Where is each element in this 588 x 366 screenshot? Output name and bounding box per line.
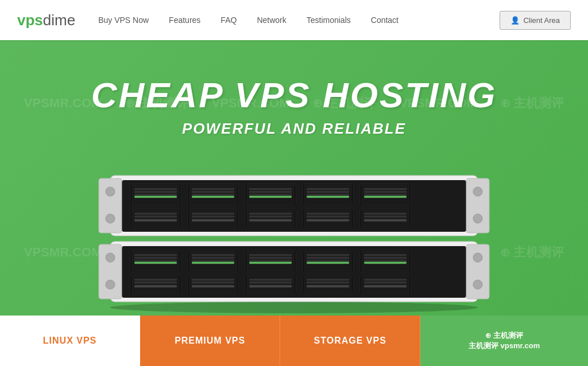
tab-storage-vps[interactable]: STORAGE VPS xyxy=(280,316,420,366)
svg-rect-91 xyxy=(364,262,407,264)
svg-point-126 xyxy=(110,302,478,313)
svg-rect-29 xyxy=(364,188,407,190)
svg-rect-80 xyxy=(249,254,292,256)
logo-dime: dime xyxy=(43,11,75,29)
svg-rect-76 xyxy=(192,260,234,261)
nav-testimonials[interactable]: Testimonials xyxy=(307,15,351,25)
svg-rect-41 xyxy=(192,216,234,217)
svg-rect-86 xyxy=(307,254,349,256)
svg-rect-74 xyxy=(192,254,234,256)
svg-rect-10 xyxy=(192,196,234,198)
svg-point-122 xyxy=(106,280,115,289)
svg-point-121 xyxy=(106,253,115,262)
svg-rect-69 xyxy=(134,257,177,259)
svg-rect-116 xyxy=(362,276,409,293)
svg-rect-85 xyxy=(307,262,349,264)
svg-rect-118 xyxy=(364,279,407,281)
nav-contact[interactable]: Contact xyxy=(371,15,399,25)
svg-rect-36 xyxy=(134,216,177,217)
svg-rect-13 xyxy=(192,194,234,195)
svg-rect-25 xyxy=(307,194,349,195)
svg-rect-87 xyxy=(307,257,349,259)
svg-point-62 xyxy=(473,214,482,223)
user-icon: 👤 xyxy=(510,16,520,25)
svg-rect-5 xyxy=(134,188,177,190)
svg-rect-4 xyxy=(134,196,177,198)
tab-linux-vps-label: LINUX VPS xyxy=(43,336,96,346)
svg-rect-19 xyxy=(249,194,292,195)
svg-rect-46 xyxy=(249,216,292,217)
svg-rect-17 xyxy=(249,188,292,190)
svg-rect-56 xyxy=(364,216,407,217)
svg-rect-22 xyxy=(307,196,349,198)
product-tabs: LINUX VPS PREMIUM VPS STORAGE VPS ⊕ 主机测评… xyxy=(0,316,588,366)
svg-rect-57 xyxy=(99,178,122,233)
hero-title: CHEAP VPS HOSTING xyxy=(91,75,497,115)
svg-point-59 xyxy=(106,214,115,223)
tab-premium-vps-label: PREMIUM VPS xyxy=(175,336,245,346)
nav-features[interactable]: Features xyxy=(169,15,200,25)
tab-linux-vps[interactable]: LINUX VPS xyxy=(0,316,140,366)
svg-rect-117 xyxy=(364,285,407,287)
svg-rect-109 xyxy=(249,282,292,283)
svg-rect-44 xyxy=(249,219,292,221)
nav-buy-vps[interactable]: Buy VPS Now xyxy=(98,15,149,25)
svg-rect-68 xyxy=(134,254,177,256)
svg-rect-49 xyxy=(307,219,349,221)
svg-rect-18 xyxy=(249,191,292,193)
svg-rect-98 xyxy=(134,279,177,281)
nav-network[interactable]: Network xyxy=(257,15,286,25)
svg-rect-39 xyxy=(192,219,234,221)
tab-premium-vps[interactable]: PREMIUM VPS xyxy=(140,316,280,366)
hero-section: VPSMR.COM ⊕ 主机测评 VPSMR.COM ⊕ 主机测评 VPSMR.… xyxy=(0,40,588,316)
svg-rect-54 xyxy=(364,219,407,221)
svg-rect-48 xyxy=(304,210,351,227)
logo-vps: vps xyxy=(17,11,43,29)
svg-rect-51 xyxy=(307,216,349,217)
svg-rect-38 xyxy=(189,210,237,227)
svg-rect-35 xyxy=(134,213,177,215)
svg-rect-119 xyxy=(364,282,407,283)
svg-rect-107 xyxy=(249,285,292,287)
watermark-logo: ⊕ 主机测评 xyxy=(485,330,523,341)
nav-faq[interactable]: FAQ xyxy=(220,15,237,25)
navbar: vpsdime Buy VPS Now Features FAQ Network… xyxy=(0,0,588,40)
svg-point-61 xyxy=(473,187,482,196)
svg-rect-40 xyxy=(192,213,234,215)
nav-links: Buy VPS Now Features FAQ Network Testimo… xyxy=(98,15,500,25)
svg-rect-16 xyxy=(249,196,292,198)
svg-rect-45 xyxy=(249,213,292,215)
svg-rect-112 xyxy=(307,285,349,287)
svg-rect-113 xyxy=(307,279,349,281)
logo[interactable]: vpsdime xyxy=(17,11,75,29)
tab-storage-vps-label: STORAGE VPS xyxy=(314,336,386,346)
svg-rect-70 xyxy=(134,260,177,261)
watermark-tab: ⊕ 主机测评 主机测评 vpsmr.com xyxy=(420,316,588,366)
svg-rect-24 xyxy=(307,191,349,193)
svg-rect-108 xyxy=(249,279,292,281)
svg-rect-55 xyxy=(364,213,407,215)
svg-rect-104 xyxy=(192,282,234,283)
svg-rect-67 xyxy=(134,262,177,264)
client-area-label: Client Area xyxy=(523,16,560,25)
svg-rect-43 xyxy=(247,210,294,227)
client-area-button[interactable]: 👤 Client Area xyxy=(500,11,571,30)
svg-rect-88 xyxy=(307,260,349,261)
svg-rect-33 xyxy=(132,210,179,227)
server-image xyxy=(93,164,495,316)
svg-rect-12 xyxy=(192,191,234,193)
svg-rect-30 xyxy=(364,191,407,193)
svg-rect-75 xyxy=(192,257,234,259)
svg-point-58 xyxy=(106,187,115,196)
svg-point-124 xyxy=(473,253,482,262)
svg-rect-60 xyxy=(466,178,489,233)
svg-rect-73 xyxy=(192,262,234,264)
svg-rect-97 xyxy=(134,285,177,287)
svg-rect-50 xyxy=(307,213,349,215)
svg-rect-102 xyxy=(192,285,234,287)
svg-rect-7 xyxy=(134,194,177,195)
svg-rect-99 xyxy=(134,282,177,283)
svg-rect-53 xyxy=(362,210,409,227)
svg-rect-103 xyxy=(192,279,234,281)
svg-rect-94 xyxy=(364,260,407,261)
